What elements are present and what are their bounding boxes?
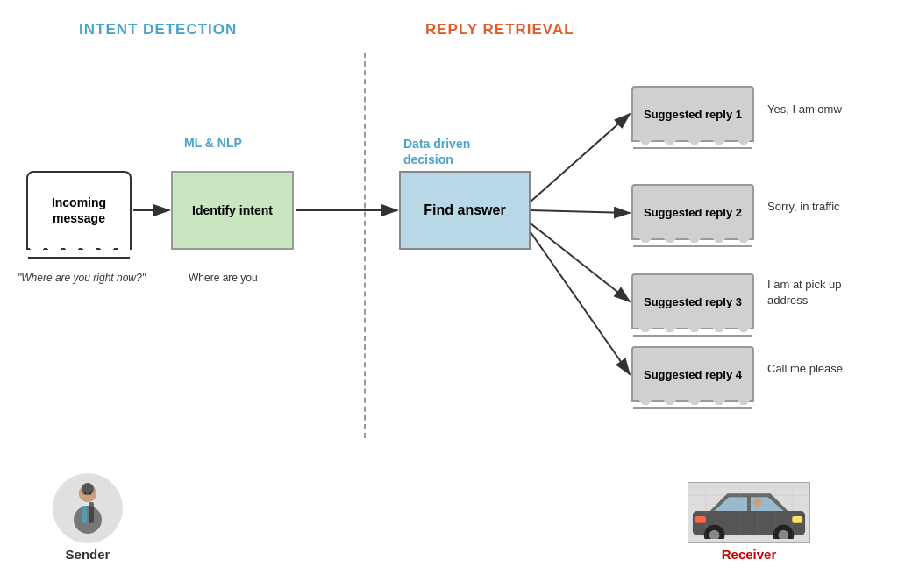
svg-rect-9 (82, 506, 87, 523)
svg-point-13 (84, 492, 87, 495)
reply-text-1: Yes, I am omw (767, 103, 842, 116)
receiver-label: Receiver (722, 547, 777, 562)
incoming-message-label: Incoming message (28, 195, 130, 226)
svg-line-6 (531, 232, 630, 374)
identify-intent-label: Identify intent (192, 203, 273, 217)
intent-subtitle: Where are you (189, 272, 258, 284)
section-divider (364, 53, 366, 438)
reply-card-4: Suggested reply 4 (631, 346, 754, 402)
svg-line-3 (531, 114, 630, 202)
reply-card-1-label: Suggested reply 1 (644, 108, 742, 121)
incoming-message-box: Incoming message (26, 171, 132, 250)
reply-text-3: I am at pick upaddress (767, 277, 842, 308)
svg-rect-24 (695, 516, 706, 523)
find-answer-label: Find answer (424, 202, 505, 218)
reply-card-3-label: Suggested reply 3 (644, 295, 742, 308)
ml-nlp-label: ML & NLP (184, 136, 242, 150)
svg-line-5 (531, 223, 630, 301)
sender-icon (53, 473, 123, 543)
reply-card-1: Suggested reply 1 (631, 86, 754, 142)
sender-area: Sender (53, 473, 123, 562)
svg-rect-10 (89, 502, 94, 523)
svg-line-4 (531, 210, 630, 213)
reply-retrieval-title: REPLY RETRIEVAL (425, 21, 574, 39)
reply-text-4: Call me please (767, 362, 843, 375)
svg-point-8 (74, 506, 102, 534)
reply-card-3: Suggested reply 3 (631, 273, 754, 329)
sender-label: Sender (66, 547, 110, 562)
svg-point-12 (82, 483, 94, 495)
reply-text-2: Sorry, in traffic (767, 200, 840, 213)
receiver-area: Receiver (688, 482, 810, 562)
svg-point-14 (89, 492, 92, 495)
reply-card-4-label: Suggested reply 4 (644, 368, 742, 381)
data-driven-label: Data drivendecision (403, 136, 470, 167)
diagram-area: INTENT DETECTION REPLY RETRIEVAL Incomin… (0, 0, 898, 588)
intent-detection-title: INTENT DETECTION (79, 21, 237, 39)
svg-rect-23 (792, 516, 802, 523)
find-answer-box: Find answer (399, 171, 531, 250)
identify-intent-box: Identify intent (171, 171, 294, 250)
incoming-quote: "Where are you right now?" (18, 272, 146, 284)
reply-card-2-label: Suggested reply 2 (644, 206, 742, 219)
reply-card-2: Suggested reply 2 (631, 184, 754, 240)
receiver-icon (688, 482, 810, 543)
